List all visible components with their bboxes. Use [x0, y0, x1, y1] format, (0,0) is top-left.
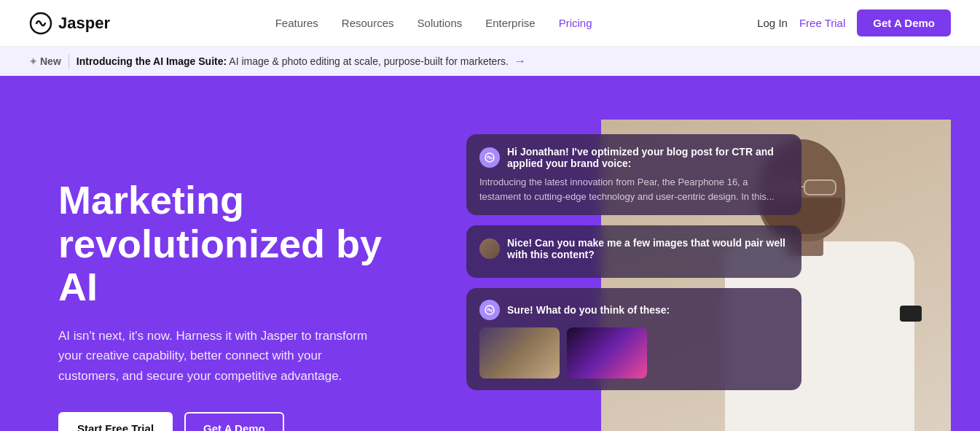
logo-text: Jasper — [58, 14, 110, 33]
announcement-title: Introducing the AI Image Suite: — [77, 55, 227, 67]
new-label: New — [40, 55, 61, 67]
hero-section: Marketing revolutionized by AI AI isn't … — [0, 76, 980, 431]
jasper-icon — [484, 152, 495, 163]
nav-links: Features Resources Solutions Enterprise … — [275, 17, 592, 29]
nav-link-solutions[interactable]: Solutions — [418, 17, 463, 29]
nav-link-enterprise[interactable]: Enterprise — [485, 17, 535, 29]
generated-image-2 — [567, 327, 647, 378]
chat-container: Hi Jonathan! I've optimized your blog po… — [466, 134, 801, 390]
announcement-text: Introducing the AI Image Suite: AI image… — [77, 55, 526, 68]
generated-image-1 — [479, 327, 560, 378]
chat-bubble-1-header: Hi Jonathan! I've optimized your blog po… — [479, 146, 788, 169]
nav-link-resources[interactable]: Resources — [342, 17, 394, 29]
chat-bubble-1-body: Introducing the latest innovation from P… — [479, 175, 788, 203]
chat-bubble-3-title: Sure! What do you think of these: — [507, 304, 670, 316]
chat-images — [479, 327, 788, 378]
chat-bubble-3-header: Sure! What do you think of these: — [479, 300, 788, 320]
nav-link-pricing[interactable]: Pricing — [559, 17, 592, 29]
announcement-arrow[interactable]: → — [514, 55, 526, 67]
hero-subtitle: AI isn't next, it's now. Harness it with… — [58, 326, 379, 386]
chat-bubble-2-body: Nice! Can you make me a few images that … — [507, 237, 788, 260]
chat-bubble-2: Nice! Can you make me a few images that … — [466, 225, 801, 278]
chat-bubble-1: Hi Jonathan! I've optimized your blog po… — [466, 134, 801, 215]
free-trial-link[interactable]: Free Trial — [799, 17, 845, 29]
navbar: Jasper Features Resources Solutions Ente… — [0, 0, 980, 47]
nav-actions: Log In Free Trial Get A Demo — [757, 9, 951, 36]
chat-bubble-1-title: Hi Jonathan! I've optimized your blog po… — [507, 146, 788, 169]
bar-divider — [68, 54, 69, 69]
hero-buttons: Start Free Trial Get A Demo — [58, 412, 423, 431]
login-link[interactable]: Log In — [757, 17, 788, 29]
jasper-icon-3 — [484, 304, 495, 316]
hero-get-demo-button[interactable]: Get A Demo — [184, 412, 284, 431]
jasper-logo-icon — [29, 12, 52, 35]
star-icon: ✦ — [29, 56, 37, 67]
hero-right: Jonathan Growth Marketer Hi Jonathan! I'… — [466, 120, 936, 431]
watch — [900, 306, 922, 322]
get-demo-button[interactable]: Get A Demo — [857, 9, 951, 36]
jasper-avatar-1 — [479, 147, 500, 168]
logo[interactable]: Jasper — [29, 12, 110, 35]
new-badge: ✦ New — [29, 55, 61, 67]
chat-bubble-3: Sure! What do you think of these: — [466, 288, 801, 390]
announcement-bar: ✦ New Introducing the AI Image Suite: AI… — [0, 47, 980, 76]
hero-title: Marketing revolutionized by AI — [58, 179, 423, 308]
start-free-trial-button[interactable]: Start Free Trial — [58, 412, 173, 431]
announcement-body: AI image & photo editing at scale, purpo… — [229, 55, 509, 67]
nav-link-features[interactable]: Features — [275, 17, 318, 29]
chat-bubble-2-header: Nice! Can you make me a few images that … — [479, 237, 788, 260]
hero-left: Marketing revolutionized by AI AI isn't … — [58, 179, 423, 431]
glass-right — [804, 179, 836, 195]
jasper-avatar-3 — [479, 300, 500, 320]
user-avatar — [479, 238, 500, 259]
